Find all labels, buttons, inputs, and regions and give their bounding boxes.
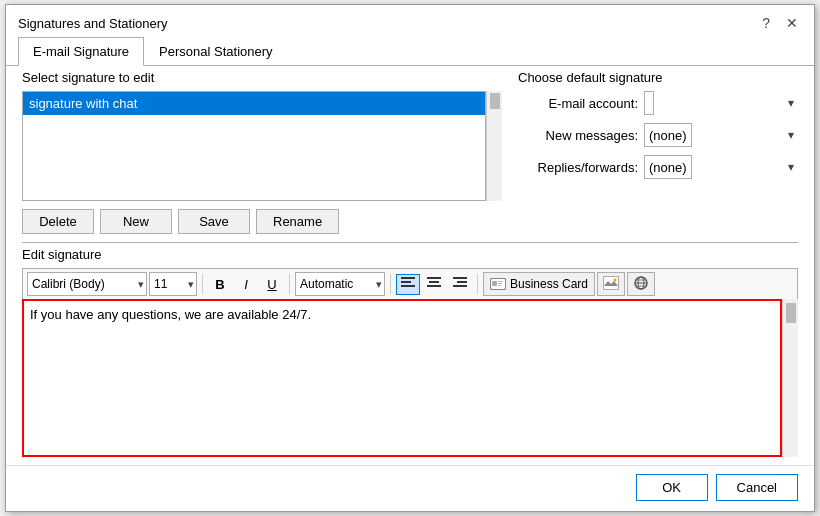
- svg-rect-0: [401, 277, 415, 279]
- tab-email-signature[interactable]: E-mail Signature: [18, 37, 144, 66]
- align-right-button[interactable]: [448, 274, 472, 295]
- globe-icon: [633, 275, 649, 291]
- svg-rect-14: [498, 285, 501, 286]
- new-messages-select-wrapper: (none): [644, 123, 798, 147]
- ok-button[interactable]: OK: [636, 474, 708, 501]
- sep1: [202, 274, 203, 294]
- bold-button[interactable]: B: [208, 274, 232, 295]
- align-right-icon: [453, 277, 467, 289]
- select-sig-label: Select signature to edit: [22, 70, 502, 85]
- sep2: [289, 274, 290, 294]
- default-sig-label: Choose default signature: [518, 70, 798, 85]
- new-messages-label: New messages:: [518, 128, 638, 143]
- toolbar: Calibri (Body) 11 B I U Automatic: [22, 268, 798, 299]
- svg-rect-12: [498, 281, 503, 282]
- font-name-wrapper: Calibri (Body): [27, 272, 147, 296]
- align-center-icon: [427, 277, 441, 289]
- svg-rect-4: [429, 281, 439, 283]
- font-name-select[interactable]: Calibri (Body): [27, 272, 147, 296]
- replies-select[interactable]: (none): [644, 155, 692, 179]
- signature-list[interactable]: signature with chat: [22, 91, 486, 201]
- link-button[interactable]: [627, 272, 655, 296]
- dialog-title: Signatures and Stationery: [18, 16, 168, 31]
- sep4: [477, 274, 478, 294]
- replies-select-wrapper: (none): [644, 155, 798, 179]
- help-button[interactable]: ?: [758, 13, 774, 33]
- biz-card-label: Business Card: [510, 277, 588, 291]
- replies-label: Replies/forwards:: [518, 160, 638, 175]
- image-icon: [603, 276, 619, 290]
- email-account-row: E-mail account:: [518, 91, 798, 115]
- right-panel: Choose default signature E-mail account:…: [518, 70, 798, 234]
- edit-sig-label: Edit signature: [22, 247, 798, 262]
- edit-area-container: If you have any questions, we are availa…: [22, 299, 798, 457]
- dialog: Signatures and Stationery ? ✕ E-mail Sig…: [5, 4, 815, 512]
- svg-rect-5: [427, 285, 441, 287]
- title-controls: ? ✕: [758, 13, 802, 33]
- close-button[interactable]: ✕: [782, 13, 802, 33]
- svg-rect-13: [498, 283, 502, 284]
- left-panel: Select signature to edit signature with …: [22, 70, 502, 234]
- tab-personal-stationery[interactable]: Personal Stationery: [144, 37, 287, 66]
- title-bar: Signatures and Stationery ? ✕: [6, 5, 814, 37]
- new-button[interactable]: New: [100, 209, 172, 234]
- email-account-select-wrapper: [644, 91, 798, 115]
- color-select[interactable]: Automatic: [295, 272, 385, 296]
- svg-rect-16: [604, 277, 618, 289]
- svg-rect-1: [401, 281, 411, 283]
- new-messages-row: New messages: (none): [518, 123, 798, 147]
- svg-rect-3: [427, 277, 441, 279]
- signature-list-item[interactable]: signature with chat: [23, 92, 485, 115]
- save-button[interactable]: Save: [178, 209, 250, 234]
- svg-rect-11: [492, 281, 497, 286]
- tabs-bar: E-mail Signature Personal Stationery: [6, 37, 814, 66]
- font-size-select[interactable]: 11: [149, 272, 197, 296]
- svg-rect-7: [457, 281, 467, 283]
- biz-card-button[interactable]: Business Card: [483, 272, 595, 296]
- new-messages-select[interactable]: (none): [644, 123, 692, 147]
- upper-section: Select signature to edit signature with …: [6, 70, 814, 234]
- edit-sig-section: Edit signature Calibri (Body) 11 B I U: [6, 247, 814, 465]
- divider: [22, 242, 798, 243]
- align-center-button[interactable]: [422, 274, 446, 295]
- image-button[interactable]: [597, 272, 625, 296]
- cancel-button[interactable]: Cancel: [716, 474, 798, 501]
- font-size-wrapper: 11: [149, 272, 197, 296]
- rename-button[interactable]: Rename: [256, 209, 339, 234]
- replies-row: Replies/forwards: (none): [518, 155, 798, 179]
- svg-rect-8: [453, 285, 467, 287]
- sep3: [390, 274, 391, 294]
- color-select-wrapper: Automatic: [295, 272, 385, 296]
- email-account-label: E-mail account:: [518, 96, 638, 111]
- business-card-icon: [490, 278, 506, 290]
- bottom-bar: OK Cancel: [6, 465, 814, 511]
- align-left-button[interactable]: [396, 274, 420, 295]
- default-sig-section: E-mail account: New messages: (none): [518, 91, 798, 179]
- edit-area-scrollbar[interactable]: [782, 299, 798, 457]
- edit-area[interactable]: If you have any questions, we are availa…: [22, 299, 782, 457]
- sig-list-scrollbar[interactable]: [486, 91, 502, 201]
- svg-rect-2: [401, 285, 415, 287]
- align-left-icon: [401, 277, 415, 289]
- sig-buttons: Delete New Save Rename: [22, 209, 502, 234]
- svg-point-18: [614, 278, 617, 281]
- italic-button[interactable]: I: [234, 274, 258, 295]
- underline-button[interactable]: U: [260, 274, 284, 295]
- email-account-select[interactable]: [644, 91, 654, 115]
- svg-rect-6: [453, 277, 467, 279]
- delete-button[interactable]: Delete: [22, 209, 94, 234]
